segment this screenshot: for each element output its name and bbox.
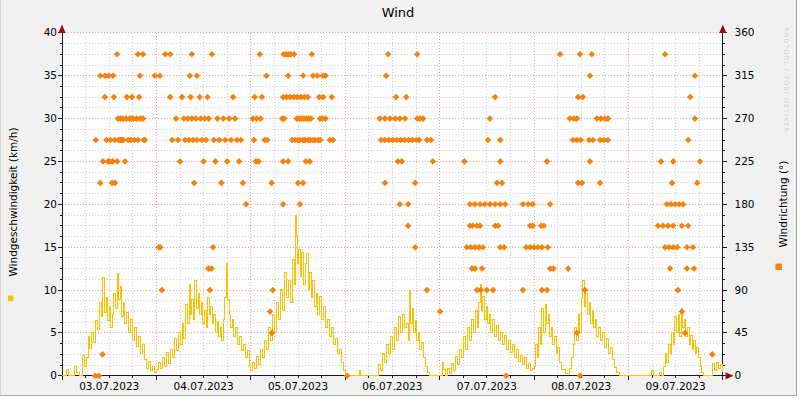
x-tick-label: 04.07.2023 (174, 380, 234, 392)
right-axis-label: Windrichtung (°) (777, 161, 789, 248)
graph-surface: Wind 05101520253035400459013518022527031… (0, 0, 797, 396)
y-left-tick-label: 15 (44, 241, 57, 253)
y-left-tick-label: 25 (44, 155, 57, 167)
y-right-tick-label: 225 (735, 155, 755, 167)
y-left-tick-label: 40 (44, 26, 57, 38)
wind-speed-legend-marker (8, 296, 14, 302)
y-right-tick-label: 315 (735, 69, 755, 81)
x-tick-label: 07.07.2023 (457, 380, 517, 392)
rrdtool-wind-graph: Wind 05101520253035400459013518022527031… (0, 0, 800, 400)
y-left-tick-label: 0 (50, 369, 57, 381)
x-tick-label: 06.07.2023 (362, 380, 422, 392)
x-tick-label: 05.07.2023 (268, 380, 328, 392)
rrdtool-watermark: RRDTOOL / TOBI OETIKER (782, 27, 790, 133)
y-right-tick-label: 180 (735, 198, 755, 210)
y-right-tick-label: 90 (735, 284, 748, 296)
y-left-tick-label: 20 (44, 198, 57, 210)
y-right-tick-label: 0 (735, 369, 742, 381)
wind-direction-legend-marker (776, 264, 783, 271)
y-right-tick-label: 360 (735, 26, 755, 38)
x-tick-label: 09.07.2023 (646, 380, 706, 392)
y-left-tick-label: 30 (44, 112, 57, 124)
y-left-tick-label: 35 (44, 69, 57, 81)
wind-chart-plot: 0510152025303540045901351802252703153600… (0, 0, 797, 395)
y-right-tick-label: 135 (735, 241, 755, 253)
y-right-tick-label: 45 (735, 326, 748, 338)
y-left-tick-label: 10 (44, 284, 57, 296)
x-tick-label: 03.07.2023 (79, 380, 139, 392)
y-left-tick-label: 5 (50, 326, 57, 338)
left-axis-label: Windgeschwindigkeit (km/h) (7, 127, 19, 276)
x-tick-label: 08.07.2023 (551, 380, 611, 392)
y-right-tick-label: 270 (735, 112, 755, 124)
